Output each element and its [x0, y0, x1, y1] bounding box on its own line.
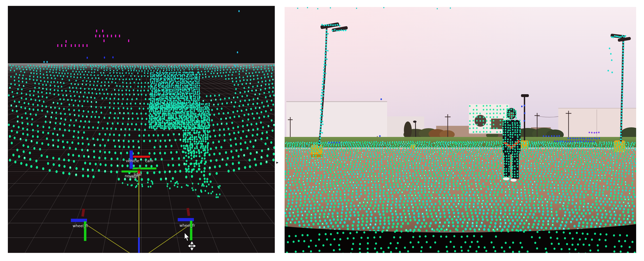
camera-projection-panel [284, 7, 636, 253]
camera-projection-image [284, 7, 636, 253]
panel-expand-arrow-icon[interactable]: ▸ [276, 160, 278, 164]
rviz-3d-viewport[interactable] [8, 6, 275, 253]
calibration-workspace: vehicle cam lidar novatel imu wheel_fl w… [0, 0, 644, 261]
rviz-3d-panel: vehicle cam lidar novatel imu wheel_fl w… [8, 6, 275, 253]
